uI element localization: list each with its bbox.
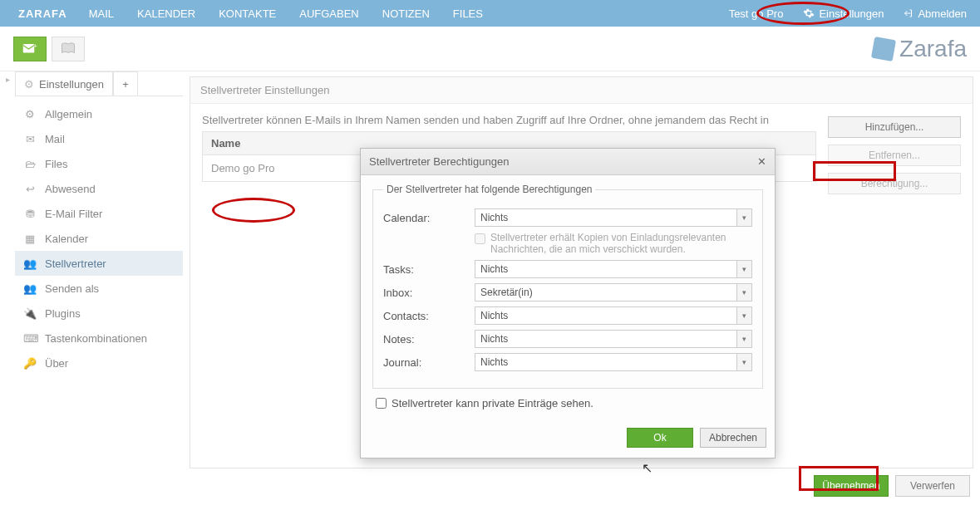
logout-link[interactable]: Abmelden: [899, 7, 972, 20]
brand-label[interactable]: ZARAFA: [8, 7, 77, 20]
nav-files[interactable]: FILES: [441, 7, 495, 20]
sidenav-label: Über: [45, 357, 68, 370]
nav-tasks[interactable]: AUFGABEN: [288, 7, 371, 20]
remove-delegate-button[interactable]: Entfernen...: [828, 145, 961, 166]
notes-combo[interactable]: ▾: [475, 330, 752, 348]
dialog-cancel-button[interactable]: Abbrechen: [700, 428, 766, 448]
contacts-label: Contacts:: [383, 310, 475, 322]
journal-combo[interactable]: ▾: [475, 353, 752, 371]
panel-description: Stellvertreter können E-Mails in Ihrem N…: [202, 114, 816, 126]
chevron-down-icon[interactable]: ▾: [737, 283, 752, 302]
reply-icon: ↩: [23, 183, 37, 195]
gear-icon: ⚙: [24, 78, 34, 91]
sidenav-delegate[interactable]: 👥Stellvertreter: [15, 251, 183, 276]
journal-input[interactable]: [475, 353, 737, 371]
gear-icon: [803, 7, 815, 19]
dialog-ok-button[interactable]: Ok: [627, 428, 693, 448]
contacts-combo[interactable]: ▾: [475, 306, 752, 325]
mail-icon: ✉: [23, 133, 37, 145]
copy-invites-label: Stellvertreter erhält Kopien von Einladu…: [490, 232, 752, 255]
settings-sidenav: ⚙Allgemein ✉Mail 🗁Files ↩Abwesend ⛃E-Mai…: [15, 96, 183, 380]
sidenav-calendar[interactable]: ▦Kalender: [15, 226, 183, 251]
sidenav-about[interactable]: 🔑Über: [15, 351, 183, 375]
addressbook-button[interactable]: [52, 37, 85, 61]
book-icon: [61, 42, 76, 56]
dialog-close-button[interactable]: ✕: [757, 155, 766, 168]
nav-calendar[interactable]: KALENDER: [126, 7, 207, 20]
sidenav-label: Abwesend: [45, 183, 96, 195]
sidenav-sendas[interactable]: 👥Senden als: [15, 276, 183, 301]
tasks-label: Tasks:: [383, 263, 475, 276]
settings-link[interactable]: Einstellungen: [798, 7, 889, 20]
calendar-input[interactable]: [475, 208, 737, 227]
permissions-fieldset: Der Stellvertreter hat folgende Berechti…: [372, 184, 763, 389]
logout-icon: [904, 8, 914, 18]
collapse-strip[interactable]: ▸: [0, 71, 15, 505]
plus-icon: +: [122, 78, 129, 91]
sidenav-label: Kalender: [45, 233, 88, 245]
zarafa-logo: Zarafa: [873, 36, 967, 62]
filter-icon: ⛃: [23, 208, 37, 220]
envelope-plus-icon: +: [22, 43, 37, 55]
copy-invites-checkbox[interactable]: [475, 233, 485, 244]
people-icon: 👥: [23, 282, 37, 295]
content-tabstrip: ⚙ Einstellungen +: [15, 71, 183, 96]
sidenav-label: E-Mail Filter: [45, 208, 102, 220]
gear-icon: ⚙: [23, 108, 37, 120]
inbox-label: Inbox:: [383, 287, 475, 299]
chevron-down-icon[interactable]: ▾: [737, 330, 752, 348]
svg-rect-0: [23, 44, 35, 53]
close-icon: ✕: [757, 155, 766, 168]
private-entries-label: Stellvertreter kann private Einträge seh…: [392, 397, 593, 409]
panel-title: Stellvertreter Einstellungen: [190, 77, 973, 104]
user-label[interactable]: Test go Pro: [724, 7, 789, 20]
chevron-down-icon[interactable]: ▾: [737, 260, 752, 278]
inbox-combo[interactable]: ▾: [475, 283, 752, 302]
nav-mail[interactable]: MAIL: [77, 7, 126, 20]
tab-settings-label: Einstellungen: [39, 78, 104, 91]
sidenav-shortcuts[interactable]: ⌨Tastenkombinationen: [15, 326, 183, 351]
sidenav-label: Allgemein: [45, 108, 92, 120]
top-navbar: ZARAFA MAIL KALENDER KONTAKTE AUFGABEN N…: [0, 0, 980, 27]
sidenav-away[interactable]: ↩Abwesend: [15, 176, 183, 201]
fieldset-legend: Der Stellvertreter hat folgende Berechti…: [383, 184, 595, 195]
compose-button[interactable]: +: [13, 37, 47, 61]
tasks-input[interactable]: [475, 260, 737, 278]
add-delegate-button[interactable]: Hinzufügen...: [828, 116, 961, 138]
key-icon: 🔑: [23, 357, 37, 370]
tab-settings[interactable]: ⚙ Einstellungen: [15, 71, 113, 96]
calendar-label: Calendar:: [383, 212, 475, 224]
sidenav-label: Tastenkombinationen: [45, 332, 147, 345]
settings-link-label: Einstellungen: [819, 7, 884, 20]
chevron-down-icon[interactable]: ▾: [737, 353, 752, 371]
sidenav-mail[interactable]: ✉Mail: [15, 126, 183, 151]
dialog-title: Stellvertreter Berechtigungen: [369, 155, 509, 168]
keyboard-icon: ⌨: [23, 332, 37, 345]
chevron-down-icon[interactable]: ▾: [737, 208, 752, 227]
sidenav-plugins[interactable]: 🔌Plugins: [15, 301, 183, 326]
calendar-combo[interactable]: ▾: [475, 208, 752, 227]
toolbar: + Zarafa: [0, 27, 980, 71]
svg-text:+: +: [34, 43, 38, 50]
notes-input[interactable]: [475, 330, 737, 348]
sidenav-filter[interactable]: ⛃E-Mail Filter: [15, 201, 183, 226]
apply-button[interactable]: Übernehmen: [814, 475, 889, 497]
nav-notes[interactable]: NOTIZEN: [371, 7, 441, 20]
tasks-combo[interactable]: ▾: [475, 260, 752, 278]
sidenav-label: Files: [45, 158, 67, 170]
calendar-icon: ▦: [23, 233, 37, 245]
logout-link-label: Abmelden: [918, 7, 967, 20]
chevron-down-icon[interactable]: ▾: [737, 306, 752, 325]
discard-button[interactable]: Verwerfen: [895, 475, 970, 497]
nav-contacts[interactable]: KONTAKTE: [207, 7, 288, 20]
zarafa-logo-text: Zarafa: [899, 36, 967, 62]
private-entries-checkbox[interactable]: [376, 398, 387, 409]
permission-button[interactable]: Berechtigung...: [828, 173, 961, 194]
folder-icon: 🗁: [23, 158, 37, 170]
people-icon: 👥: [23, 257, 37, 270]
contacts-input[interactable]: [475, 306, 737, 325]
tab-add[interactable]: +: [113, 71, 138, 96]
sidenav-general[interactable]: ⚙Allgemein: [15, 101, 183, 126]
sidenav-files[interactable]: 🗁Files: [15, 151, 183, 176]
inbox-input[interactable]: [475, 283, 737, 302]
